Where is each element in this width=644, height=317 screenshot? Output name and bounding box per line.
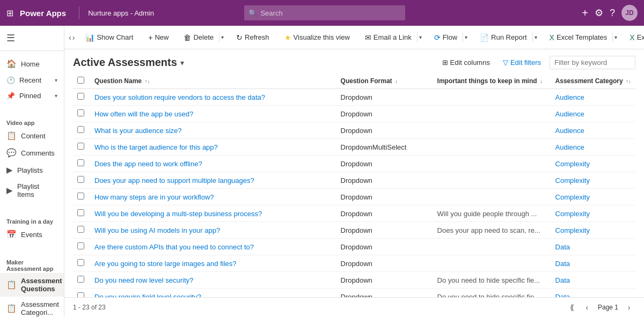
- row-name-cell[interactable]: Are you going to store large images and …: [90, 255, 336, 272]
- row-category-link-0[interactable]: Audience: [555, 93, 584, 101]
- sidebar-item-assessment-categories[interactable]: 📋 Assessment Categori...: [0, 297, 64, 317]
- row-category-link-6[interactable]: Complexity: [555, 193, 590, 201]
- row-category-cell[interactable]: Complexity: [551, 205, 635, 222]
- edit-columns-button[interactable]: ⊞ Edit columns: [438, 56, 494, 69]
- row-name-cell[interactable]: Does your solution require vendors to ac…: [90, 89, 336, 106]
- row-checkbox-cell[interactable]: [73, 189, 90, 205]
- new-button[interactable]: + New: [144, 31, 173, 44]
- row-checkbox-cell[interactable]: [73, 89, 90, 106]
- flow-button[interactable]: ⟳ Flow: [430, 31, 462, 44]
- select-all-checkbox[interactable]: [77, 77, 84, 84]
- row-name-cell[interactable]: Will you be developing a multi-step busi…: [90, 205, 336, 222]
- row-name-cell[interactable]: Do you require field level security?: [90, 289, 336, 298]
- row-category-link-10[interactable]: Data: [555, 260, 570, 268]
- hamburger-icon[interactable]: ☰: [6, 33, 15, 43]
- row-name-cell[interactable]: How often will the app be used?: [90, 106, 336, 122]
- col-header-name[interactable]: Question Name ↑↓: [90, 73, 336, 89]
- delete-button[interactable]: 🗑 Delete: [179, 31, 218, 44]
- row-category-link-4[interactable]: Complexity: [555, 160, 590, 168]
- row-category-cell[interactable]: Complexity: [551, 172, 635, 189]
- row-checkbox-cell[interactable]: [73, 222, 90, 239]
- row-category-cell[interactable]: Data: [551, 272, 635, 289]
- export-to-excel-button[interactable]: X Export to Excel: [625, 31, 644, 44]
- row-category-cell[interactable]: Audience: [551, 106, 635, 122]
- row-category-cell[interactable]: Data: [551, 255, 635, 272]
- row-checkbox-2[interactable]: [77, 126, 84, 133]
- row-name-link-10[interactable]: Are you going to store large images and …: [94, 260, 237, 268]
- row-checkbox-cell[interactable]: [73, 106, 90, 122]
- row-checkbox-3[interactable]: [77, 143, 84, 150]
- row-checkbox-cell[interactable]: [73, 172, 90, 189]
- page-prev-button[interactable]: ‹: [581, 301, 594, 314]
- row-checkbox-cell[interactable]: [73, 289, 90, 298]
- row-checkbox-8[interactable]: [77, 226, 84, 233]
- row-name-link-4[interactable]: Does the app need to work offline?: [94, 160, 202, 168]
- row-category-cell[interactable]: Complexity: [551, 222, 635, 239]
- row-category-link-8[interactable]: Complexity: [555, 226, 590, 234]
- row-checkbox-cell[interactable]: [73, 139, 90, 156]
- row-name-link-5[interactable]: Does your app need to support multiple l…: [94, 176, 254, 185]
- row-checkbox-cell[interactable]: [73, 255, 90, 272]
- sidebar-item-content[interactable]: 📋 Content: [0, 127, 64, 144]
- row-checkbox-5[interactable]: [77, 176, 84, 183]
- sidebar-item-pinned[interactable]: 📌 Pinned ▾: [0, 88, 64, 104]
- row-checkbox-6[interactable]: [77, 193, 84, 200]
- sidebar-toggle[interactable]: ☰: [0, 26, 64, 51]
- settings-icon[interactable]: ⚙: [595, 7, 603, 19]
- row-checkbox-0[interactable]: [77, 93, 84, 100]
- show-chart-button[interactable]: 📊 Show Chart: [81, 31, 137, 44]
- row-checkbox-9[interactable]: [77, 242, 84, 249]
- row-name-link-9[interactable]: Are there custom APIs that you need to c…: [94, 243, 254, 251]
- email-dropdown-button[interactable]: ▾: [417, 32, 423, 42]
- row-checkbox-12[interactable]: [77, 292, 84, 297]
- row-category-link-7[interactable]: Complexity: [555, 210, 590, 218]
- row-checkbox-cell[interactable]: [73, 156, 90, 172]
- row-checkbox-cell[interactable]: [73, 122, 90, 139]
- row-category-cell[interactable]: Data: [551, 289, 635, 298]
- row-checkbox-cell[interactable]: [73, 239, 90, 255]
- refresh-button[interactable]: ↻ Refresh: [232, 31, 274, 44]
- row-category-link-12[interactable]: Data: [555, 293, 570, 298]
- sidebar-item-playlist-items[interactable]: ▶ Playlist Items: [0, 179, 64, 202]
- col-header-category[interactable]: Assessment Category ↑↓: [551, 73, 635, 89]
- sidebar-item-assessment-questions[interactable]: 📋 Assessment Questions: [0, 273, 64, 297]
- grid-icon[interactable]: ⊞: [6, 8, 13, 18]
- row-name-link-8[interactable]: Will you be using AI models in your app?: [94, 226, 220, 234]
- row-name-link-7[interactable]: Will you be developing a multi-step busi…: [94, 210, 262, 218]
- sidebar-item-comments[interactable]: 💬 Comments: [0, 144, 64, 161]
- row-checkbox-1[interactable]: [77, 109, 84, 116]
- row-name-cell[interactable]: What is your audience size?: [90, 122, 336, 139]
- excel-templates-button[interactable]: X Excel Templates: [545, 31, 612, 44]
- col-header-important[interactable]: Important things to keep in mind ↓: [433, 73, 551, 89]
- row-category-link-5[interactable]: Complexity: [555, 176, 590, 185]
- help-icon[interactable]: ?: [610, 8, 615, 19]
- row-category-link-2[interactable]: Audience: [555, 127, 584, 135]
- visualize-button[interactable]: ★ Visualize this view: [280, 31, 354, 44]
- row-checkbox-7[interactable]: [77, 209, 84, 216]
- row-name-link-0[interactable]: Does your solution require vendors to ac…: [94, 93, 265, 101]
- col-header-format[interactable]: Question Format ↓: [336, 73, 433, 89]
- page-first-button[interactable]: ⟪: [566, 301, 579, 314]
- row-name-cell[interactable]: Will you be using AI models in your app?: [90, 222, 336, 239]
- row-name-cell[interactable]: Do you need row level security?: [90, 272, 336, 289]
- row-category-link-3[interactable]: Audience: [555, 143, 584, 151]
- row-category-cell[interactable]: Audience: [551, 122, 635, 139]
- sidebar-item-recent[interactable]: 🕐 Recent ▾: [0, 72, 64, 88]
- row-checkbox-11[interactable]: [77, 276, 84, 283]
- search-input[interactable]: [260, 9, 401, 17]
- add-icon[interactable]: +: [582, 7, 588, 19]
- sidebar-item-home[interactable]: 🏠 Home: [0, 55, 64, 72]
- row-category-cell[interactable]: Complexity: [551, 156, 635, 172]
- row-name-cell[interactable]: Does your app need to support multiple l…: [90, 172, 336, 189]
- page-title-dropdown-icon[interactable]: ▾: [180, 58, 184, 67]
- row-category-cell[interactable]: Data: [551, 239, 635, 255]
- row-checkbox-cell[interactable]: [73, 205, 90, 222]
- excel-templates-dropdown-button[interactable]: ▾: [612, 32, 619, 42]
- delete-dropdown-button[interactable]: ▾: [219, 32, 225, 42]
- sidebar-item-events[interactable]: 📅 Events: [0, 226, 64, 243]
- row-name-link-11[interactable]: Do you need row level security?: [94, 276, 193, 284]
- email-link-button[interactable]: ✉ Email a Link: [361, 31, 416, 44]
- keyword-filter-input[interactable]: [550, 56, 635, 69]
- row-name-cell[interactable]: Does the app need to work offline?: [90, 156, 336, 172]
- sidebar-item-playlists[interactable]: ▶ Playlists: [0, 161, 64, 179]
